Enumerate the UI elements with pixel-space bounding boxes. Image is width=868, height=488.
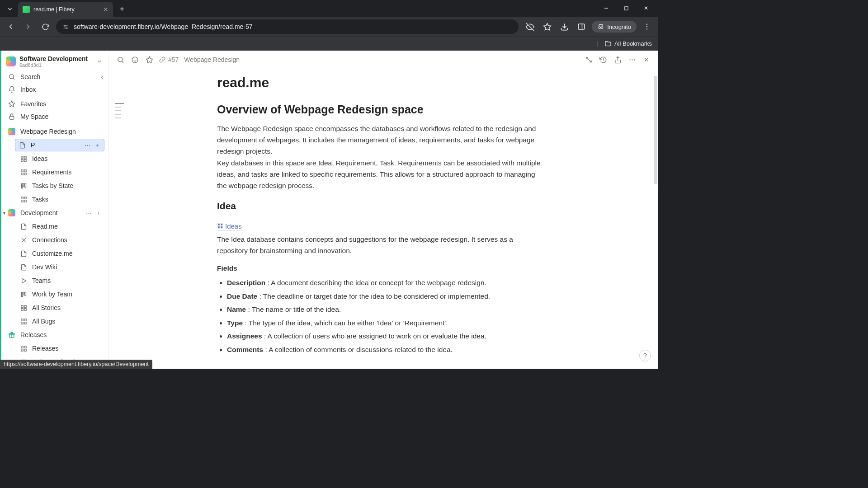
new-tab-button[interactable]: +	[116, 3, 128, 15]
minimize-button[interactable]	[597, 2, 616, 14]
help-button[interactable]: ?	[639, 350, 651, 361]
entity-link[interactable]: #57	[159, 56, 179, 63]
workspace-logo	[6, 56, 16, 66]
chevron-down-icon	[96, 58, 103, 65]
tab-close-button[interactable]: ✕	[103, 6, 108, 13]
workspace-switcher[interactable]: Software Development 6ad8d3d1	[1, 51, 108, 70]
field-item[interactable]: Due Date : The deadline or target date f…	[227, 290, 542, 303]
sidebar-item[interactable]: Tasks by State	[1, 179, 108, 192]
bookmark-star-icon[interactable]	[540, 20, 554, 33]
overview-paragraph[interactable]: Key databases in this space are Idea, Re…	[217, 158, 542, 191]
sidebar-item-label: Connections	[32, 236, 67, 244]
sidebar-space[interactable]: Releases	[1, 328, 108, 342]
sidebar-item[interactable]: Connections	[1, 233, 108, 247]
sidebar-item[interactable]: Dev Wiki	[1, 260, 108, 274]
history-icon[interactable]	[599, 55, 608, 64]
sidebar-item[interactable]: All Bugs	[1, 314, 108, 328]
gift-icon	[8, 331, 16, 339]
svg-point-14	[646, 24, 647, 25]
content-pane: #57 Webpage Redesign ✕ read.me Overview …	[108, 51, 658, 369]
doc-outline[interactable]	[108, 69, 127, 369]
close-window-button[interactable]: ✕	[637, 2, 656, 14]
sidebar-favorites[interactable]: Favorites	[1, 98, 108, 110]
browser-menu-button[interactable]	[640, 20, 654, 33]
sidebar-item[interactable]: Releases	[1, 342, 108, 355]
omnibox[interactable]: software-development.fibery.io/Webpage_R…	[56, 19, 519, 34]
back-button[interactable]	[5, 20, 17, 33]
doc-icon	[18, 141, 26, 149]
sidebar-item[interactable]: Customize.me	[1, 247, 108, 260]
emoji-icon[interactable]	[130, 55, 139, 64]
field-item[interactable]: Assignees : A collection of users who ar…	[227, 329, 542, 343]
expand-icon[interactable]	[584, 55, 593, 64]
scrollbar[interactable]	[654, 76, 657, 184]
sidebar-item-label: Releases	[32, 345, 58, 352]
sidebar-inbox[interactable]: Inbox	[1, 83, 108, 96]
sidebar-item[interactable]: Ideas	[1, 152, 108, 165]
sidebar-search[interactable]: Search	[1, 70, 108, 83]
eye-off-icon[interactable]	[523, 20, 537, 33]
sidebar-space[interactable]: ▾Development⋯+	[1, 206, 108, 220]
sidebar-space[interactable]: Webpage Redesign	[1, 125, 108, 138]
add-button[interactable]: +	[94, 210, 103, 216]
browser-tab[interactable]: read.me | Fibery ✕	[18, 2, 113, 17]
svg-rect-9	[578, 24, 585, 29]
more-icon[interactable]: ⋯	[83, 142, 91, 149]
play-icon	[19, 277, 28, 285]
site-settings-icon[interactable]	[62, 23, 69, 30]
search-icon[interactable]	[116, 55, 125, 64]
reload-button[interactable]	[39, 20, 52, 33]
caret-icon[interactable]: ▾	[3, 211, 9, 216]
forward-button[interactable]	[22, 20, 34, 33]
more-icon[interactable]: ⋯	[85, 210, 93, 216]
close-panel-button[interactable]: ✕	[642, 55, 651, 64]
tab-search-button[interactable]	[4, 3, 16, 15]
overview-paragraph[interactable]: The Webpage Redesign space encompasses t…	[217, 123, 542, 157]
sidebar-item[interactable]: Requirements	[1, 165, 108, 179]
maximize-button[interactable]	[617, 2, 636, 14]
overview-heading[interactable]: Overview of Webpage Redesign space	[217, 103, 542, 116]
svg-point-4	[64, 25, 66, 26]
sidebar-item-label: Teams	[32, 277, 51, 284]
sidebar-item[interactable]: Read.me	[1, 220, 108, 233]
svg-rect-1	[624, 6, 627, 9]
field-item[interactable]: Type : The type of the idea, which can b…	[227, 316, 542, 329]
fields-list[interactable]: Description : A document describing the …	[217, 276, 542, 356]
field-item[interactable]: Name : The name or title of the idea.	[227, 303, 542, 316]
svg-line-61	[122, 61, 123, 62]
share-icon[interactable]	[613, 55, 622, 64]
svg-rect-31	[25, 183, 26, 187]
sidebar-item[interactable]: Work by Team	[1, 287, 108, 301]
sidebar-myspace[interactable]: My Space	[1, 110, 108, 123]
svg-point-16	[646, 28, 647, 29]
svg-point-17	[9, 75, 14, 79]
svg-rect-22	[24, 156, 26, 158]
fields-heading[interactable]: Fields	[217, 264, 542, 272]
download-icon[interactable]	[557, 20, 571, 33]
tab-title: read.me | Fibery	[33, 6, 75, 13]
sidebar-item[interactable]: Teams	[1, 274, 108, 287]
page-title[interactable]: read.me	[217, 75, 542, 90]
breadcrumb-space[interactable]: Webpage Redesign	[184, 56, 240, 63]
all-bookmarks-button[interactable]: All Bookmarks	[614, 40, 652, 47]
idea-heading[interactable]: Idea	[217, 201, 542, 211]
incognito-badge[interactable]: Incognito	[592, 21, 637, 33]
sidebar-item[interactable]: Tasks	[1, 192, 108, 206]
ideas-db-link[interactable]: Ideas	[217, 222, 242, 230]
sidebar-item-editing[interactable]: ⋯+	[15, 139, 104, 151]
sidebar-item[interactable]: All Stories	[1, 301, 108, 314]
svg-rect-23	[21, 159, 23, 161]
svg-rect-30	[23, 183, 24, 186]
side-panel-icon[interactable]	[575, 20, 588, 33]
more-icon[interactable]	[627, 55, 637, 64]
sidebar-item-label: Tasks by State	[32, 182, 73, 189]
svg-rect-26	[24, 169, 26, 171]
add-button[interactable]: +	[93, 142, 101, 149]
field-item[interactable]: Comments : A collection of comments or d…	[227, 343, 542, 356]
connect-icon	[19, 236, 28, 244]
star-icon[interactable]	[145, 55, 154, 64]
sidebar-item-label: My Space	[20, 113, 48, 120]
idea-desc[interactable]: The Idea database contains concepts and …	[217, 234, 542, 257]
rename-input[interactable]	[31, 141, 58, 149]
field-item[interactable]: Description : A document describing the …	[227, 276, 542, 289]
